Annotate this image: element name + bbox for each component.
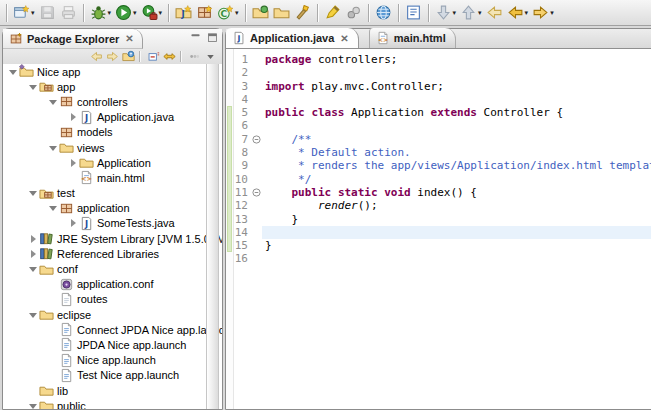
dropdown-arrow-icon[interactable]: ▾ bbox=[235, 9, 239, 16]
editor-area[interactable]: 1package controllers;23import play.mvc.C… bbox=[226, 49, 651, 409]
code-line: 14 bbox=[226, 226, 651, 239]
code-text: } bbox=[262, 213, 651, 226]
project-tree[interactable]: Nice appappcontrollersJApplication.javam… bbox=[3, 64, 222, 409]
tree-item[interactable]: Test Nice app.launch bbox=[3, 368, 222, 383]
tree-item[interactable]: Connect JPDA Nice app.launc bbox=[3, 322, 222, 337]
tree-item[interactable]: models bbox=[3, 125, 222, 140]
debug-button[interactable]: ▾ bbox=[88, 3, 114, 22]
code-viewport[interactable]: 1package controllers;23import play.mvc.C… bbox=[226, 49, 651, 409]
link-with-editor-button[interactable] bbox=[163, 50, 176, 63]
search-button[interactable] bbox=[292, 3, 313, 22]
occurrences-button[interactable] bbox=[343, 3, 364, 22]
close-icon[interactable]: ✕ bbox=[340, 33, 348, 44]
collapse-all-button[interactable] bbox=[147, 50, 160, 63]
tree-item-label: Referenced Libraries bbox=[57, 248, 159, 260]
forward-button[interactable]: ▾ bbox=[530, 3, 556, 22]
back-button[interactable]: ▾ bbox=[505, 3, 531, 22]
new-java-project-button[interactable]: J bbox=[173, 3, 194, 22]
dropdown-arrow-icon[interactable]: ▾ bbox=[453, 9, 457, 16]
twisty-icon[interactable] bbox=[28, 234, 38, 244]
new-java-project-icon: J bbox=[175, 4, 192, 21]
twisty-icon[interactable] bbox=[28, 249, 38, 259]
svg-text:J: J bbox=[83, 112, 87, 122]
editor-tab-main-html[interactable]: <>main.html bbox=[369, 28, 456, 48]
view-menu-button[interactable] bbox=[204, 50, 217, 63]
twisty-icon[interactable] bbox=[68, 218, 78, 228]
maximize-button[interactable] bbox=[206, 31, 219, 44]
next-annotation-button[interactable]: ▾ bbox=[433, 3, 459, 22]
twisty-icon[interactable] bbox=[28, 401, 38, 409]
forward-button[interactable] bbox=[106, 50, 119, 63]
tree-item[interactable]: Nice app bbox=[3, 64, 222, 79]
run-external-tools-button[interactable]: ▾ bbox=[139, 3, 165, 22]
tree-item[interactable]: application bbox=[3, 201, 222, 216]
tree-item[interactable]: routes bbox=[3, 292, 222, 307]
tree-item[interactable]: Application bbox=[3, 155, 222, 170]
dropdown-arrow-icon[interactable]: ▾ bbox=[31, 9, 35, 16]
dropdown-arrow-icon[interactable]: ▾ bbox=[525, 9, 529, 16]
twisty-spacer bbox=[48, 340, 58, 350]
save-button[interactable] bbox=[37, 3, 58, 22]
previous-annotation-icon bbox=[460, 4, 477, 21]
tab-package-explorer[interactable]: Package Explorer ✕ bbox=[3, 29, 143, 49]
tree-item-label: views bbox=[77, 142, 105, 154]
tree-item[interactable]: app bbox=[3, 79, 222, 94]
run-button[interactable]: ▾ bbox=[113, 3, 139, 22]
open-web-browser-button[interactable] bbox=[373, 3, 394, 22]
fold-collapse-icon[interactable] bbox=[250, 133, 262, 146]
twisty-icon[interactable] bbox=[68, 112, 78, 122]
package-explorer-panel: Package Explorer ✕ Nice appappcontroller… bbox=[2, 28, 223, 410]
twisty-icon[interactable] bbox=[68, 158, 78, 168]
twisty-icon[interactable] bbox=[28, 264, 38, 274]
tree-item[interactable]: Referenced Libraries bbox=[3, 246, 222, 261]
editor-tab-application-java[interactable]: JApplication.java✕ bbox=[226, 28, 359, 48]
view-tab-bar: Package Explorer ✕ bbox=[3, 29, 222, 49]
code-text: render(); bbox=[262, 199, 651, 212]
tree-item[interactable]: conf bbox=[3, 261, 222, 276]
up-button[interactable] bbox=[122, 50, 135, 63]
tree-item[interactable]: public bbox=[3, 398, 222, 409]
dropdown-arrow-icon[interactable]: ▾ bbox=[108, 9, 112, 16]
filters-button[interactable] bbox=[188, 50, 201, 63]
mark-occurrences-button[interactable] bbox=[322, 3, 343, 22]
twisty-icon[interactable] bbox=[8, 67, 18, 77]
tree-item[interactable]: test bbox=[3, 186, 222, 201]
tree-item[interactable]: application.conf bbox=[3, 277, 222, 292]
last-edit-icon bbox=[486, 4, 503, 21]
back-button[interactable] bbox=[90, 50, 103, 63]
tree-item[interactable]: JApplication.java bbox=[3, 110, 222, 125]
fold-collapse-icon[interactable] bbox=[250, 186, 262, 199]
previous-annotation-button[interactable]: ▾ bbox=[458, 3, 484, 22]
tree-item[interactable]: <>main.html bbox=[3, 170, 222, 185]
tree-item[interactable]: Nice app.launch bbox=[3, 353, 222, 368]
tree-item[interactable]: lib bbox=[3, 383, 222, 398]
tree-item[interactable]: JRE System Library [JVM 1.5.0 (Mac bbox=[3, 231, 222, 246]
new-java-package-button[interactable] bbox=[194, 3, 215, 22]
tree-item[interactable]: JPDA Nice app.launch bbox=[3, 337, 222, 352]
close-icon[interactable]: ✕ bbox=[125, 33, 133, 44]
vertical-scrollbar[interactable] bbox=[206, 64, 219, 409]
tree-item[interactable]: views bbox=[3, 140, 222, 155]
code-text: * Default action. bbox=[262, 146, 651, 159]
twisty-icon[interactable] bbox=[28, 82, 38, 92]
print-button[interactable] bbox=[58, 3, 79, 22]
twisty-icon[interactable] bbox=[48, 143, 58, 153]
twisty-icon[interactable] bbox=[28, 310, 38, 320]
dropdown-arrow-icon[interactable]: ▾ bbox=[478, 9, 482, 16]
twisty-icon[interactable] bbox=[48, 203, 58, 213]
open-resource-button[interactable] bbox=[271, 3, 292, 22]
last-edit-location-button[interactable] bbox=[484, 3, 505, 22]
dropdown-arrow-icon[interactable]: ▾ bbox=[133, 9, 137, 16]
task-list-button[interactable] bbox=[403, 3, 424, 22]
tree-item[interactable]: eclipse bbox=[3, 307, 222, 322]
new-button[interactable]: ▾ bbox=[11, 3, 37, 22]
minimize-button[interactable] bbox=[189, 31, 202, 44]
twisty-icon[interactable] bbox=[28, 188, 38, 198]
twisty-icon[interactable] bbox=[48, 97, 58, 107]
new-java-class-button[interactable]: C▾ bbox=[215, 3, 241, 22]
dropdown-arrow-icon[interactable]: ▾ bbox=[550, 9, 554, 16]
tree-item[interactable]: controllers bbox=[3, 94, 222, 109]
open-type-button[interactable] bbox=[250, 3, 271, 22]
dropdown-arrow-icon[interactable]: ▾ bbox=[159, 9, 163, 16]
tree-item[interactable]: JSomeTests.java bbox=[3, 216, 222, 231]
